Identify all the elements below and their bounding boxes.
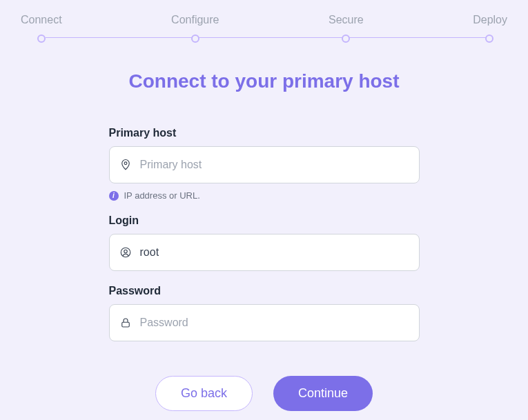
password-group: Password (109, 285, 420, 341)
svg-point-0 (124, 162, 127, 165)
login-input[interactable] (140, 246, 409, 259)
password-input[interactable] (140, 317, 409, 329)
svg-rect-3 (121, 322, 129, 327)
primary-host-input[interactable] (140, 159, 409, 171)
lock-icon (119, 317, 132, 329)
step-dot-icon (37, 34, 46, 43)
svg-point-2 (124, 250, 127, 253)
info-icon: i (109, 191, 119, 201)
hint-text: IP address or URL. (124, 190, 200, 201)
continue-button[interactable]: Continue (273, 376, 373, 411)
step-secure[interactable]: Secure (329, 14, 364, 43)
step-label: Secure (329, 14, 364, 26)
location-pin-icon (119, 159, 132, 171)
step-deploy[interactable]: Deploy (473, 14, 507, 43)
primary-host-input-wrapper[interactable] (109, 146, 420, 183)
login-label: Login (109, 214, 420, 227)
step-label: Connect (21, 14, 62, 26)
go-back-button[interactable]: Go back (155, 376, 253, 411)
step-label: Configure (171, 14, 219, 26)
step-configure[interactable]: Configure (171, 14, 219, 43)
login-input-wrapper[interactable] (109, 234, 420, 271)
step-dot-icon (342, 34, 350, 43)
step-label: Deploy (473, 14, 507, 26)
password-input-wrapper[interactable] (109, 304, 420, 341)
primary-host-group: Primary host i IP address or URL. (109, 127, 420, 201)
page-title: Connect to your primary host (21, 70, 507, 92)
primary-host-label: Primary host (109, 127, 420, 139)
stepper-line (46, 37, 488, 38)
button-row: Go back Continue (109, 376, 420, 411)
login-group: Login (109, 214, 420, 271)
password-label: Password (109, 285, 420, 297)
connect-form: Primary host i IP address or URL. Login (109, 127, 420, 411)
step-connect[interactable]: Connect (21, 14, 62, 43)
stepper: Connect Configure Secure Deploy (21, 14, 507, 43)
svg-point-1 (121, 248, 130, 257)
primary-host-hint: i IP address or URL. (109, 190, 420, 201)
user-icon (119, 246, 132, 259)
step-dot-icon (191, 34, 199, 43)
step-dot-icon (485, 34, 493, 43)
